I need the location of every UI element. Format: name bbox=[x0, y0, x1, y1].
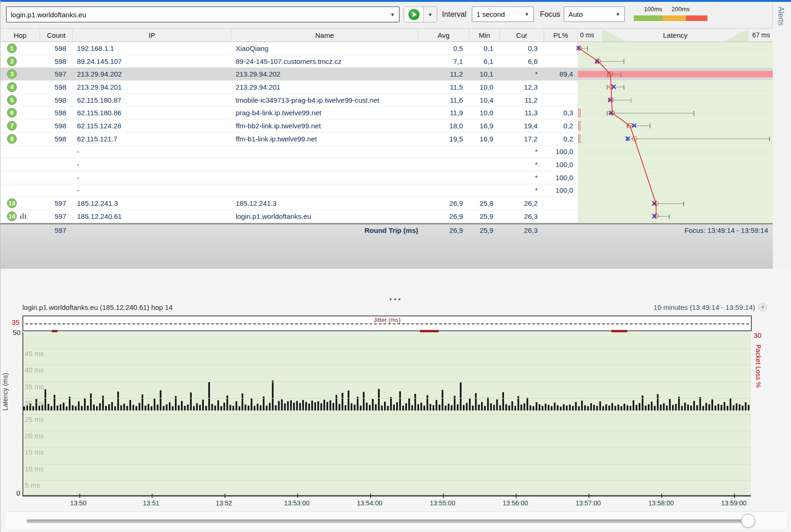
trace-row-hop-7[interactable]: 759862.115.124.28ffm-bb2-link.ip.twelve9… bbox=[0, 119, 773, 133]
time-tick bbox=[370, 494, 371, 498]
gridline-label: 5 ms bbox=[25, 481, 40, 489]
packet-loss-axis-label: Packet Loss % bbox=[755, 344, 762, 388]
packet-loss-cell: 0,2 bbox=[544, 119, 578, 133]
trace-row-hop-lost[interactable]: -*100,0 bbox=[0, 158, 773, 171]
average-latency-marker bbox=[609, 84, 614, 90]
timeline-scrollbar-track[interactable] bbox=[27, 519, 748, 523]
name-cell: prag-b4-link.ip.twelve99.net bbox=[231, 106, 418, 119]
time-tick bbox=[516, 494, 517, 498]
latency-axis-min: 0 bbox=[16, 489, 20, 497]
column-header-cur[interactable]: Cur bbox=[500, 28, 544, 42]
ip-cell: - bbox=[73, 171, 231, 184]
latency-color-legend: 100ms 200ms bbox=[634, 6, 708, 24]
gridline-label: 20 ms bbox=[25, 432, 44, 440]
trace-row-hop-13[interactable]: 13597185.12.241.3185.12.241.326,925,826,… bbox=[0, 197, 773, 210]
min-cell: 25,8 bbox=[469, 197, 500, 210]
chevron-down-icon[interactable]: ▼ bbox=[520, 12, 533, 17]
min-cell: 10,1 bbox=[469, 68, 500, 81]
timeline-graph-title: login.p1.worldoftanks.eu (185.12.240.61)… bbox=[22, 303, 173, 311]
cur-cell: 26,2 bbox=[500, 197, 544, 210]
avg-cell: 19,5 bbox=[418, 133, 469, 146]
trace-row-hop-14[interactable]: 14597185.12.240.61login.p1.worldoftanks.… bbox=[0, 210, 773, 223]
column-header-pl[interactable]: PL% bbox=[544, 28, 578, 42]
trace-row-hop-2[interactable]: 259889.24.145.10789-24-145-107.customers… bbox=[0, 55, 773, 68]
column-header-avg[interactable]: Avg bbox=[418, 28, 469, 42]
interval-combobox[interactable]: 1 second ▼ bbox=[472, 7, 534, 22]
interval-label: Interval bbox=[442, 10, 466, 19]
trace-row-hop-5[interactable]: 559862.115.180.87tmobile-ic349713-prag-b… bbox=[0, 94, 773, 107]
min-max-error-bar bbox=[627, 139, 770, 139]
timeline-range-dropdown-button[interactable]: ▾ bbox=[758, 303, 767, 312]
count-cell bbox=[40, 184, 73, 197]
chevron-down-icon[interactable]: ▼ bbox=[611, 12, 624, 17]
cur-cell: 26,3 bbox=[500, 210, 544, 223]
min-cell: 0,1 bbox=[469, 42, 500, 55]
time-tick-label: 13:59:00 bbox=[721, 499, 747, 507]
cur-cell: * bbox=[500, 171, 544, 184]
min-cell bbox=[469, 158, 500, 171]
legend-green-swatch bbox=[634, 15, 663, 21]
name-cell bbox=[231, 158, 418, 171]
time-tick bbox=[79, 494, 80, 498]
avg-cell: 11,6 bbox=[418, 94, 469, 107]
column-header-min[interactable]: Min bbox=[469, 28, 500, 42]
hop-cell bbox=[0, 184, 40, 197]
graph-target-icon bbox=[20, 213, 26, 219]
ip-cell: 213.29.94.201 bbox=[73, 81, 231, 94]
column-header-hop[interactable]: Hop bbox=[0, 28, 40, 42]
min-cell: 10,0 bbox=[469, 81, 500, 94]
latency-bars bbox=[23, 332, 751, 495]
cur-cell: * bbox=[500, 184, 544, 197]
count-cell: 598 bbox=[40, 42, 73, 55]
latency-mini-chart bbox=[578, 106, 773, 119]
pingplotter-window: login.p1.worldoftanks.eu ▼ ▼ Interval 1 … bbox=[0, 0, 791, 532]
column-header-ip[interactable]: IP bbox=[73, 28, 231, 42]
trace-row-hop-1[interactable]: 1598192.168.1.1XiaoQiang0,50,10,3 bbox=[0, 42, 773, 55]
gridline-label: 30 ms bbox=[25, 399, 44, 407]
packet-loss-cell: 100,0 bbox=[544, 184, 578, 197]
trace-row-hop-lost[interactable]: -*100,0 bbox=[0, 146, 773, 159]
gridline-label: 25 ms bbox=[25, 415, 44, 423]
gridline-label: 40 ms bbox=[25, 366, 44, 374]
play-button[interactable] bbox=[404, 7, 424, 22]
ip-cell: 62.115.121.7 bbox=[73, 133, 231, 146]
hop-cell bbox=[0, 171, 40, 184]
chevron-down-icon[interactable]: ▼ bbox=[386, 12, 399, 17]
trace-row-hop-lost[interactable]: -*100,0 bbox=[0, 171, 773, 184]
packet-loss-cell: 0,3 bbox=[544, 106, 578, 119]
timeline-range-label[interactable]: 10 minutes (13:49:14 - 13:59:14) bbox=[653, 303, 755, 311]
hop-cell: 5 bbox=[0, 94, 40, 107]
trace-row-hop-4[interactable]: 4598213.29.94.201213.29.94.20111,510,012… bbox=[0, 81, 773, 94]
hop-cell bbox=[0, 158, 40, 171]
gridline-label: 10 ms bbox=[25, 465, 44, 473]
ip-cell: 185.12.241.3 bbox=[73, 197, 231, 210]
trace-row-hop-3[interactable]: 3597213.29.94.202213.29.94.20211,210,1*8… bbox=[0, 68, 773, 81]
column-header-name[interactable]: Name bbox=[231, 28, 418, 42]
packet-loss-cell: 0,2 bbox=[544, 133, 578, 146]
latency-axis-max: 50 bbox=[13, 329, 21, 336]
cur-cell: 11,3 bbox=[500, 106, 544, 119]
play-icon bbox=[408, 9, 420, 20]
footer-count: 597 bbox=[40, 226, 73, 234]
packet-loss-cell bbox=[544, 197, 578, 210]
column-header-latency[interactable]: 0 ms Latency 67 ms bbox=[578, 28, 773, 42]
latency-mini-chart bbox=[578, 55, 773, 68]
target-address-combobox[interactable]: login.p1.worldoftanks.eu ▼ bbox=[6, 7, 399, 22]
column-header-count[interactable]: Count bbox=[40, 28, 73, 42]
current-latency-marker bbox=[625, 136, 630, 141]
alerts-side-tab[interactable]: Alerts bbox=[772, 2, 791, 269]
time-tick bbox=[224, 494, 225, 498]
trace-row-hop-8[interactable]: 859862.115.121.7ffm-b1-link.ip.twelve99.… bbox=[0, 133, 773, 146]
timeline-scrollbar-handle[interactable] bbox=[741, 514, 755, 528]
packet-loss-cell: 100,0 bbox=[544, 146, 578, 159]
trace-row-hop-6[interactable]: 659862.115.180.86prag-b4-link.ip.twelve9… bbox=[0, 106, 773, 119]
avg-cell: 11,9 bbox=[418, 106, 469, 119]
latency-time-series-plot[interactable]: 45 ms40 ms35 ms30 ms25 ms20 ms15 ms10 ms… bbox=[22, 332, 751, 497]
cur-cell: 19,4 bbox=[500, 119, 544, 133]
pane-splitter-handle[interactable]: ●●● bbox=[0, 297, 791, 303]
jitter-strip[interactable]: Jitter (ms) bbox=[22, 315, 752, 331]
min-cell: 16,9 bbox=[469, 119, 500, 133]
play-options-dropdown[interactable]: ▼ bbox=[424, 7, 437, 22]
focus-combobox[interactable]: Auto ▼ bbox=[564, 7, 625, 22]
trace-row-hop-lost[interactable]: -*100,0 bbox=[0, 184, 773, 197]
